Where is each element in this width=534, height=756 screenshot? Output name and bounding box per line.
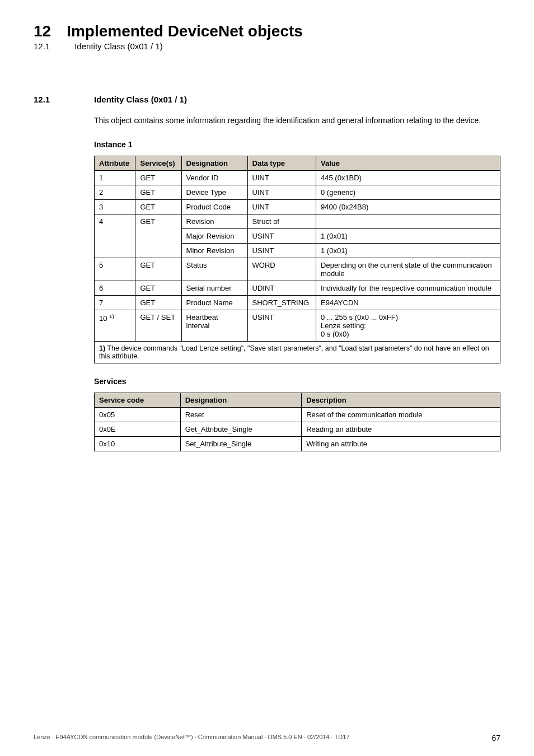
cell-attr: 4 bbox=[95, 214, 135, 258]
cell-val: 9400 (0x24B8) bbox=[316, 199, 500, 214]
cell-dt: USINT bbox=[247, 310, 316, 341]
cell-des: Get_Attribute_Single bbox=[180, 422, 302, 436]
cell-svc: GET bbox=[135, 214, 181, 258]
table-row: 3GETProduct CodeUINT9400 (0x24B8) bbox=[95, 199, 500, 214]
cell-des: Device Type bbox=[181, 185, 247, 199]
table-row: 0x0EGet_Attribute_SingleReading an attri… bbox=[95, 422, 500, 436]
section-title: Identity Class (0x01 / 1) bbox=[94, 95, 187, 104]
cell-dt: WORD bbox=[247, 258, 316, 281]
cell-val: 1 (0x01) bbox=[316, 243, 500, 258]
cell-des: Set_Attribute_Single bbox=[180, 436, 302, 451]
cell-svc: GET bbox=[135, 170, 181, 185]
col-service-code: Service code bbox=[95, 393, 181, 407]
table-row: 0x10Set_Attribute_SingleWriting an attri… bbox=[95, 436, 500, 451]
col-service: Service(s) bbox=[135, 156, 181, 170]
services-heading: Services bbox=[94, 377, 500, 386]
col-value: Value bbox=[316, 156, 500, 170]
table-row: 1GETVendor IDUINT445 (0x1BD) bbox=[95, 170, 500, 185]
col-datatype: Data type bbox=[247, 156, 316, 170]
cell-des: Status bbox=[181, 258, 247, 281]
cell-svc: GET bbox=[135, 281, 181, 295]
table-footnote: 1) The device commands "Load Lenze setti… bbox=[95, 341, 500, 363]
cell-val: Individually for the respective communic… bbox=[316, 281, 500, 295]
table-footnote-row: 1) The device commands "Load Lenze setti… bbox=[95, 341, 500, 363]
cell-val: 1 (0x01) bbox=[316, 228, 500, 243]
table-row: 4GETRevisionStruct of bbox=[95, 214, 500, 228]
services-table: Service code Designation Description 0x0… bbox=[94, 393, 500, 451]
cell-dt: SHORT_STRING bbox=[247, 295, 316, 310]
cell-dt: USINT bbox=[247, 228, 316, 243]
section-body: This object contains some information re… bbox=[94, 115, 500, 127]
cell-val: 0 (generic) bbox=[316, 185, 500, 199]
table-row: 6GETSerial numberUDINTIndividually for t… bbox=[95, 281, 500, 295]
col-svc-designation: Designation bbox=[180, 393, 302, 407]
cell-code: 0x10 bbox=[95, 436, 181, 451]
col-svc-description: Description bbox=[302, 393, 500, 407]
col-attribute: Attribute bbox=[95, 156, 135, 170]
cell-des: Serial number bbox=[181, 281, 247, 295]
cell-dt: Struct of bbox=[247, 214, 316, 228]
cell-svc: GET / SET bbox=[135, 310, 181, 341]
cell-svc: GET bbox=[135, 258, 181, 281]
cell-val: E94AYCDN bbox=[316, 295, 500, 310]
cell-desc: Writing an attribute bbox=[302, 436, 500, 451]
cell-des: Major Revision bbox=[181, 228, 247, 243]
cell-des: Minor Revision bbox=[181, 243, 247, 258]
cell-attr: 3 bbox=[95, 199, 135, 214]
section-number: 12.1 bbox=[34, 95, 67, 104]
cell-des: Revision bbox=[181, 214, 247, 228]
instance-table: Attribute Service(s) Designation Data ty… bbox=[94, 156, 500, 363]
subsection-title: Identity Class (0x01 / 1) bbox=[74, 41, 163, 51]
cell-attr: 1 bbox=[95, 170, 135, 185]
cell-val: 0 ... 255 s (0x0 ... 0xFF)Lenze setting:… bbox=[316, 310, 500, 341]
cell-dt: UINT bbox=[247, 185, 316, 199]
cell-attr: 2 bbox=[95, 185, 135, 199]
cell-attr: 6 bbox=[95, 281, 135, 295]
page-number: 67 bbox=[491, 734, 500, 743]
cell-val bbox=[316, 214, 500, 228]
cell-svc: GET bbox=[135, 199, 181, 214]
chapter-number: 12 bbox=[34, 22, 51, 40]
table-row: 0x05ResetReset of the communication modu… bbox=[95, 407, 500, 422]
cell-val: 445 (0x1BD) bbox=[316, 170, 500, 185]
cell-desc: Reading an attribute bbox=[302, 422, 500, 436]
cell-attr: 7 bbox=[95, 295, 135, 310]
cell-dt: USINT bbox=[247, 243, 316, 258]
cell-code: 0x05 bbox=[95, 407, 181, 422]
table-row: 2GETDevice TypeUINT0 (generic) bbox=[95, 185, 500, 199]
cell-dt: UINT bbox=[247, 170, 316, 185]
cell-dt: UINT bbox=[247, 199, 316, 214]
cell-code: 0x0E bbox=[95, 422, 181, 436]
cell-attr: 5 bbox=[95, 258, 135, 281]
footer-text: Lenze · E94AYCDN communication module (D… bbox=[34, 734, 350, 743]
table-row: 10 1)GET / SETHeartbeat intervalUSINT0 .… bbox=[95, 310, 500, 341]
cell-desc: Reset of the communication module bbox=[302, 407, 500, 422]
cell-des: Product Code bbox=[181, 199, 247, 214]
cell-svc: GET bbox=[135, 295, 181, 310]
table-row: 7GETProduct NameSHORT_STRINGE94AYCDN bbox=[95, 295, 500, 310]
cell-val: Depending on the current state of the co… bbox=[316, 258, 500, 281]
cell-attr: 10 1) bbox=[95, 310, 135, 341]
cell-des: Heartbeat interval bbox=[181, 310, 247, 341]
subsection-number: 12.1 bbox=[34, 41, 50, 51]
cell-des: Product Name bbox=[181, 295, 247, 310]
cell-des: Vendor ID bbox=[181, 170, 247, 185]
cell-svc: GET bbox=[135, 185, 181, 199]
instance-heading: Instance 1 bbox=[94, 140, 500, 149]
table-row: 5GETStatusWORDDepending on the current s… bbox=[95, 258, 500, 281]
cell-des: Reset bbox=[180, 407, 302, 422]
col-designation: Designation bbox=[181, 156, 247, 170]
cell-dt: UDINT bbox=[247, 281, 316, 295]
chapter-title: Implemented DeviceNet objects bbox=[67, 22, 303, 40]
